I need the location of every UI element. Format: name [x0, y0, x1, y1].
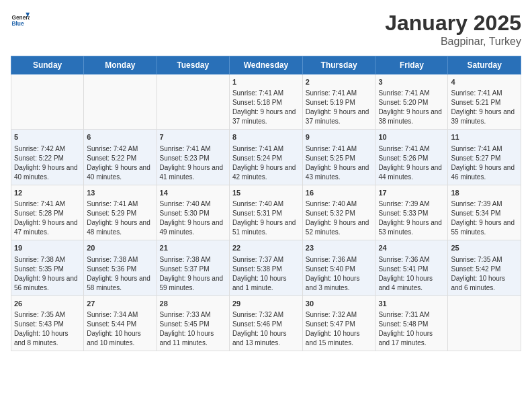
- calendar-cell: 25Sunrise: 7:35 AMSunset: 5:42 PMDayligh…: [448, 240, 521, 295]
- day-info: Daylight: 10 hours and 6 minutes.: [451, 274, 518, 293]
- day-number: 14: [160, 188, 226, 198]
- day-info: Sunrise: 7:42 AM: [14, 144, 81, 154]
- logo-icon: General Blue: [11, 11, 30, 30]
- day-info: Sunset: 5:27 PM: [451, 154, 518, 163]
- calendar-cell: 22Sunrise: 7:37 AMSunset: 5:38 PMDayligh…: [229, 240, 302, 295]
- day-info: Daylight: 10 hours and 4 minutes.: [378, 274, 445, 293]
- day-info: Sunset: 5:42 PM: [451, 265, 518, 274]
- calendar-cell: 19Sunrise: 7:38 AMSunset: 5:35 PMDayligh…: [11, 240, 84, 295]
- calendar-cell: [448, 295, 521, 351]
- day-info: Sunrise: 7:31 AM: [378, 310, 445, 320]
- calendar-title: January 2025: [385, 11, 521, 36]
- day-info: Daylight: 10 hours and 10 minutes.: [87, 329, 153, 348]
- day-info: Sunset: 5:28 PM: [14, 209, 81, 218]
- day-info: Sunrise: 7:35 AM: [451, 255, 518, 265]
- day-info: Daylight: 9 hours and 37 minutes.: [306, 107, 373, 126]
- day-info: Daylight: 10 hours and 8 minutes.: [14, 329, 81, 348]
- day-info: Sunrise: 7:40 AM: [232, 199, 300, 209]
- day-info: Daylight: 9 hours and 43 minutes.: [306, 163, 373, 182]
- day-number: 13: [87, 188, 153, 198]
- day-info: Daylight: 9 hours and 42 minutes.: [232, 163, 300, 182]
- day-info: Daylight: 9 hours and 39 minutes.: [451, 107, 518, 126]
- day-number: 8: [232, 132, 300, 142]
- calendar-cell: 28Sunrise: 7:33 AMSunset: 5:45 PMDayligh…: [157, 295, 229, 351]
- day-info: Daylight: 10 hours and 1 minute.: [232, 274, 300, 293]
- day-number: 4: [451, 77, 518, 87]
- svg-text:Blue: Blue: [11, 20, 24, 27]
- day-info: Sunrise: 7:36 AM: [306, 255, 373, 265]
- day-info: Sunset: 5:36 PM: [87, 265, 153, 274]
- calendar-cell: 8Sunrise: 7:41 AMSunset: 5:24 PMDaylight…: [229, 130, 302, 185]
- day-info: Sunrise: 7:41 AM: [160, 144, 226, 154]
- weekday-header-tuesday: Tuesday: [157, 56, 229, 75]
- day-info: Sunset: 5:23 PM: [160, 154, 226, 163]
- calendar-cell: 29Sunrise: 7:32 AMSunset: 5:46 PMDayligh…: [229, 295, 302, 351]
- day-number: 21: [160, 243, 226, 253]
- day-number: 20: [87, 243, 153, 253]
- day-info: Sunset: 5:46 PM: [232, 320, 300, 329]
- day-number: 29: [232, 299, 300, 309]
- day-number: 15: [232, 188, 300, 198]
- calendar-cell: 16Sunrise: 7:40 AMSunset: 5:32 PMDayligh…: [302, 185, 375, 240]
- calendar-cell: 13Sunrise: 7:41 AMSunset: 5:29 PMDayligh…: [84, 185, 157, 240]
- day-number: 24: [378, 243, 445, 253]
- day-info: Sunset: 5:24 PM: [232, 154, 300, 163]
- day-info: Daylight: 9 hours and 52 minutes.: [306, 218, 373, 237]
- calendar-cell: 17Sunrise: 7:39 AMSunset: 5:33 PMDayligh…: [375, 185, 448, 240]
- day-info: Sunrise: 7:39 AM: [451, 199, 518, 209]
- day-info: Sunset: 5:26 PM: [378, 154, 445, 163]
- day-info: Daylight: 9 hours and 55 minutes.: [451, 218, 518, 237]
- weekday-header-wednesday: Wednesday: [229, 56, 302, 75]
- day-number: 17: [378, 188, 445, 198]
- day-info: Sunrise: 7:41 AM: [14, 199, 81, 209]
- day-info: Sunset: 5:29 PM: [87, 209, 153, 218]
- calendar-cell: 30Sunrise: 7:32 AMSunset: 5:47 PMDayligh…: [302, 295, 375, 351]
- calendar-cell: 11Sunrise: 7:41 AMSunset: 5:27 PMDayligh…: [448, 130, 521, 185]
- day-info: Sunrise: 7:39 AM: [378, 199, 445, 209]
- weekday-header-sunday: Sunday: [11, 56, 84, 75]
- day-number: 27: [87, 299, 153, 309]
- day-info: Sunset: 5:44 PM: [87, 320, 153, 329]
- day-info: Sunrise: 7:41 AM: [232, 89, 300, 98]
- day-info: Sunrise: 7:41 AM: [87, 199, 153, 209]
- calendar-cell: [11, 75, 84, 130]
- calendar-cell: 18Sunrise: 7:39 AMSunset: 5:34 PMDayligh…: [448, 185, 521, 240]
- calendar-cell: 27Sunrise: 7:34 AMSunset: 5:44 PMDayligh…: [84, 295, 157, 351]
- calendar-cell: 4Sunrise: 7:41 AMSunset: 5:21 PMDaylight…: [448, 75, 521, 130]
- day-number: 22: [232, 243, 300, 253]
- calendar-cell: [157, 75, 229, 130]
- calendar-cell: 14Sunrise: 7:40 AMSunset: 5:30 PMDayligh…: [157, 185, 229, 240]
- day-info: Sunrise: 7:40 AM: [306, 199, 373, 209]
- day-info: Sunrise: 7:35 AM: [14, 310, 81, 320]
- day-info: Sunrise: 7:32 AM: [232, 310, 300, 320]
- day-info: Sunrise: 7:34 AM: [87, 310, 153, 320]
- day-info: Daylight: 9 hours and 46 minutes.: [451, 163, 518, 182]
- day-info: Daylight: 10 hours and 15 minutes.: [306, 329, 373, 348]
- day-info: Sunrise: 7:36 AM: [378, 255, 445, 265]
- day-info: Sunset: 5:32 PM: [306, 209, 373, 218]
- logo: General Blue: [11, 11, 30, 30]
- day-info: Daylight: 9 hours and 40 minutes.: [14, 163, 81, 182]
- day-info: Daylight: 9 hours and 48 minutes.: [87, 218, 153, 237]
- calendar-cell: 12Sunrise: 7:41 AMSunset: 5:28 PMDayligh…: [11, 185, 84, 240]
- day-number: 5: [14, 132, 81, 142]
- day-number: 16: [306, 188, 373, 198]
- day-info: Sunset: 5:47 PM: [306, 320, 373, 329]
- calendar-cell: 9Sunrise: 7:41 AMSunset: 5:25 PMDaylight…: [302, 130, 375, 185]
- calendar-cell: 6Sunrise: 7:42 AMSunset: 5:22 PMDaylight…: [84, 130, 157, 185]
- day-info: Daylight: 9 hours and 47 minutes.: [14, 218, 81, 237]
- day-info: Sunset: 5:43 PM: [14, 320, 81, 329]
- day-number: 28: [160, 299, 226, 309]
- calendar-week-2: 5Sunrise: 7:42 AMSunset: 5:22 PMDaylight…: [11, 130, 521, 185]
- day-info: Daylight: 9 hours and 38 minutes.: [378, 107, 445, 126]
- calendar-week-3: 12Sunrise: 7:41 AMSunset: 5:28 PMDayligh…: [11, 185, 521, 240]
- weekday-header-row: SundayMondayTuesdayWednesdayThursdayFrid…: [11, 56, 521, 75]
- day-info: Sunrise: 7:41 AM: [378, 144, 445, 154]
- calendar-cell: [84, 75, 157, 130]
- calendar-cell: 20Sunrise: 7:38 AMSunset: 5:36 PMDayligh…: [84, 240, 157, 295]
- day-info: Daylight: 9 hours and 44 minutes.: [378, 163, 445, 182]
- day-info: Daylight: 9 hours and 56 minutes.: [14, 274, 81, 293]
- day-info: Sunset: 5:45 PM: [160, 320, 226, 329]
- weekday-header-thursday: Thursday: [302, 56, 375, 75]
- day-number: 19: [14, 243, 81, 253]
